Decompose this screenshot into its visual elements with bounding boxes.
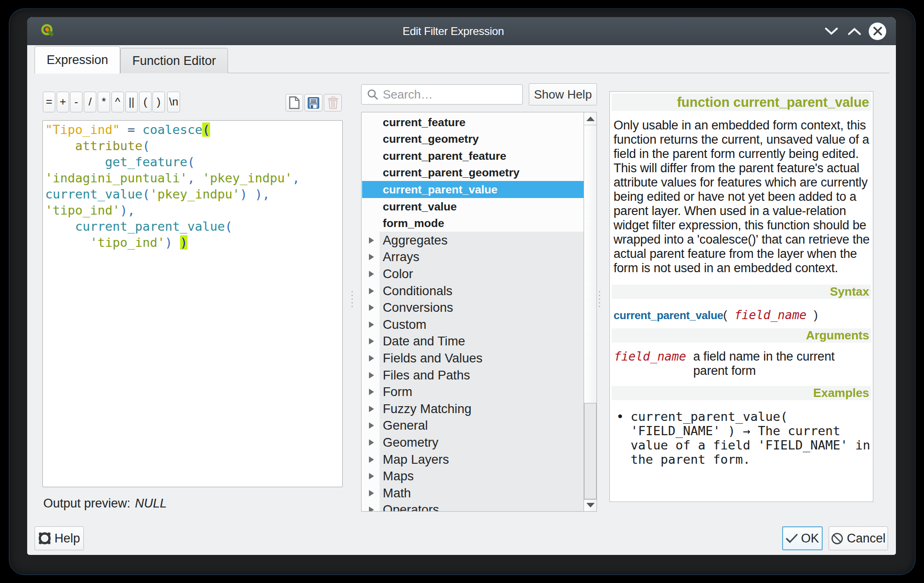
syntax-close-paren: ) xyxy=(814,308,818,322)
operator-button-)[interactable]: ) xyxy=(152,92,165,112)
expand-arrow-icon[interactable] xyxy=(369,456,374,463)
function-list-item-Operators[interactable]: Operators xyxy=(362,501,584,512)
expand-arrow-icon[interactable] xyxy=(369,271,374,277)
code-line: 'tipo_ind'), xyxy=(45,202,342,218)
expand-arrow-icon[interactable] xyxy=(369,321,374,328)
tab-expression[interactable]: Expression xyxy=(35,46,120,74)
splitter-handle-right[interactable] xyxy=(598,289,600,307)
function-list-item-label: Fuzzy Matching xyxy=(383,402,472,416)
expand-arrow-icon[interactable] xyxy=(369,507,374,512)
code-line: attribute( xyxy=(45,138,342,154)
search-input[interactable] xyxy=(383,87,512,102)
operator-button-/[interactable]: / xyxy=(84,92,96,112)
titlebar[interactable]: Edit Filter Expression xyxy=(27,17,896,45)
tab-function-editor[interactable]: Function Editor xyxy=(120,48,228,73)
code-line: 'tipo_ind') ) xyxy=(45,234,342,251)
expand-arrow-icon[interactable] xyxy=(369,254,374,260)
code-line: current_parent_value( xyxy=(45,218,342,234)
function-list-item-label: Map Layers xyxy=(383,452,449,467)
function-list-item-Aggregates[interactable]: Aggregates xyxy=(362,232,584,249)
function-list-item-label: Files and Paths xyxy=(383,368,470,383)
function-list-item-label: current_parent_feature xyxy=(383,150,506,163)
function-list-item-Conditionals[interactable]: Conditionals xyxy=(362,282,584,299)
expression-editor[interactable]: "Tipo_ind" = coalesce( attribute( get_fe… xyxy=(42,120,343,487)
operator-button-*[interactable]: * xyxy=(98,92,110,112)
expand-arrow-icon[interactable] xyxy=(369,473,374,479)
output-preview-value: NULL xyxy=(135,496,167,510)
shade-button[interactable] xyxy=(819,17,843,45)
function-list-item-current_parent_value[interactable]: current_parent_value xyxy=(362,181,584,198)
operator-button--[interactable]: - xyxy=(70,92,82,112)
new-expression-button[interactable] xyxy=(286,94,303,111)
chevron-up-icon xyxy=(848,28,861,35)
function-list-item-Arrays[interactable]: Arrays xyxy=(362,249,584,266)
help-section-arguments: Arguments xyxy=(612,328,871,343)
operator-button-+[interactable]: + xyxy=(57,92,69,112)
function-list-item-label: Color xyxy=(383,267,413,281)
function-list-item-current_value[interactable]: current_value xyxy=(362,198,584,215)
operator-button-\n[interactable]: \n xyxy=(167,92,180,112)
close-button[interactable] xyxy=(866,17,889,45)
function-list-item-label: current_value xyxy=(383,200,457,213)
scrollbar-up-button[interactable] xyxy=(584,112,597,125)
save-expression-button[interactable] xyxy=(304,94,322,111)
syntax-arg: field_name xyxy=(727,308,814,322)
function-list-item-Color[interactable]: Color xyxy=(362,265,584,282)
function-list-item-Fields and Values[interactable]: Fields and Values xyxy=(362,350,584,367)
function-list-item-label: current_parent_value xyxy=(383,183,497,196)
function-list-item-current_parent_geometry[interactable]: current_parent_geometry xyxy=(362,164,584,181)
window-title: Edit Filter Expression xyxy=(27,17,879,45)
unshade-button[interactable] xyxy=(842,17,866,45)
operator-button-([interactable]: ( xyxy=(139,92,152,112)
help-button[interactable]: Help xyxy=(35,526,84,550)
scrollbar-handle[interactable] xyxy=(584,403,597,500)
help-button-label: Help xyxy=(54,531,80,546)
expand-arrow-icon[interactable] xyxy=(369,355,374,361)
scrollbar-down-button[interactable] xyxy=(584,499,597,511)
show-help-button[interactable]: Show Help xyxy=(529,83,597,105)
help-section-examples: Examples xyxy=(612,386,871,400)
chevron-down-icon xyxy=(825,28,838,35)
argument-name: field_name xyxy=(614,350,686,363)
operator-button-^[interactable]: ^ xyxy=(111,92,124,112)
function-list-item-Custom[interactable]: Custom xyxy=(362,316,584,333)
function-list-item-label: Custom xyxy=(383,317,427,332)
delete-expression-button[interactable] xyxy=(324,94,342,111)
prohibition-icon xyxy=(831,532,843,545)
function-list-item-Maps[interactable]: Maps xyxy=(362,468,584,485)
help-title: function current_parent_value xyxy=(612,93,871,111)
function-list-item-Date and Time[interactable]: Date and Time xyxy=(362,333,584,350)
expand-arrow-icon[interactable] xyxy=(369,237,374,244)
function-list-item-current_feature[interactable]: current_feature xyxy=(362,114,584,131)
function-list-item-Files and Paths[interactable]: Files and Paths xyxy=(362,367,584,384)
ok-button[interactable]: OK xyxy=(782,526,823,550)
expand-arrow-icon[interactable] xyxy=(369,304,374,311)
search-box xyxy=(361,84,523,105)
function-list-item-Conversions[interactable]: Conversions xyxy=(362,299,584,316)
expand-arrow-icon[interactable] xyxy=(369,490,374,496)
operator-button-||[interactable]: || xyxy=(125,92,138,112)
expand-arrow-icon[interactable] xyxy=(369,389,374,395)
tab-expression-label: Expression xyxy=(47,53,108,67)
expand-arrow-icon[interactable] xyxy=(369,422,374,429)
operator-button-=[interactable]: = xyxy=(43,92,55,112)
function-list-item-Fuzzy Matching[interactable]: Fuzzy Matching xyxy=(362,400,584,417)
splitter-handle-left[interactable] xyxy=(351,289,353,307)
function-list-item-label: Aggregates xyxy=(383,233,448,248)
function-list-item-form_mode[interactable]: form_mode xyxy=(362,215,584,232)
cancel-button[interactable]: Cancel xyxy=(829,526,888,550)
function-list-item-current_geometry[interactable]: current_geometry xyxy=(362,131,584,148)
expand-arrow-icon[interactable] xyxy=(369,372,374,379)
function-list-item-Form[interactable]: Form xyxy=(362,384,584,401)
function-list-item-Map Layers[interactable]: Map Layers xyxy=(362,451,584,468)
function-list-item-current_parent_feature[interactable]: current_parent_feature xyxy=(362,147,584,164)
expand-arrow-icon[interactable] xyxy=(369,338,374,344)
expand-arrow-icon[interactable] xyxy=(369,439,374,446)
function-list-scrollbar[interactable] xyxy=(584,112,597,511)
function-list-item-Math[interactable]: Math xyxy=(362,484,584,501)
expand-arrow-icon[interactable] xyxy=(369,288,374,294)
expand-arrow-icon[interactable] xyxy=(369,406,374,412)
syntax-open-paren: ( xyxy=(723,308,727,322)
function-list-item-Geometry[interactable]: Geometry xyxy=(362,434,584,451)
function-list-item-General[interactable]: General xyxy=(362,417,584,434)
